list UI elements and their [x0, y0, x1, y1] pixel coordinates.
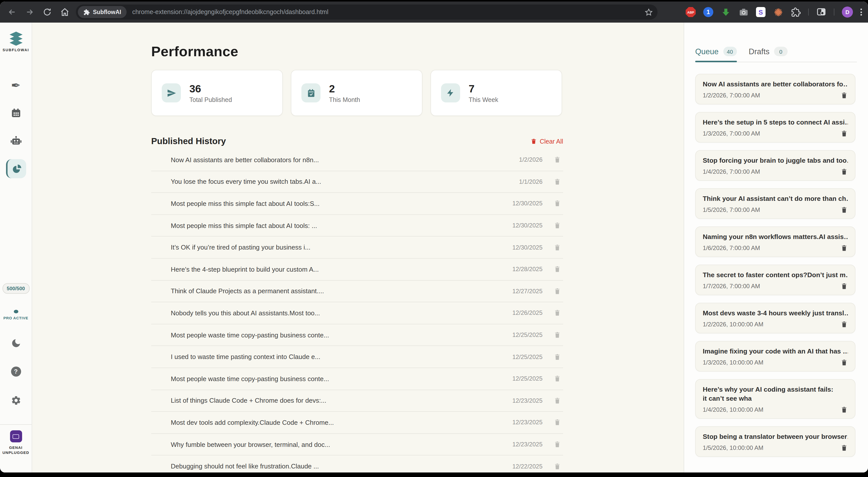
delete-queue-item-button[interactable] [840, 282, 848, 290]
download-arrow-extension-icon[interactable] [721, 7, 731, 17]
dark-mode-toggle[interactable] [10, 338, 21, 348]
camera-extension-icon[interactable] [738, 7, 748, 17]
trash-icon [554, 221, 561, 229]
queue-card[interactable]: The secret to faster content ops?Don’t j… [695, 265, 856, 295]
history-item-date: 12/23/2025 [507, 419, 542, 426]
delete-history-item-button[interactable] [554, 156, 561, 164]
history-item-title: List of things Claude Code + Chrome does… [151, 397, 507, 405]
trash-icon [840, 91, 848, 99]
queue-card[interactable]: Stop forcing your brain to juggle tabs a… [695, 150, 856, 181]
queue-card[interactable]: Think your AI assistant can’t do more th… [695, 188, 856, 219]
sidebar-item-schedule[interactable] [10, 107, 21, 119]
bookmark-star-icon[interactable] [645, 8, 653, 16]
queue-card[interactable]: Naming your n8n workflows matters.AI ass… [695, 226, 856, 257]
delete-queue-item-button[interactable] [840, 406, 848, 414]
browser-menu-icon[interactable] [861, 8, 862, 15]
genai-app-icon [10, 430, 22, 442]
home-icon[interactable] [60, 7, 70, 17]
delete-queue-item-button[interactable] [840, 320, 848, 328]
back-icon[interactable] [7, 7, 17, 17]
stat-value: 7 [469, 83, 498, 95]
forward-icon[interactable] [25, 7, 35, 17]
queue-card[interactable]: Stop being a translator between your bro… [695, 426, 856, 457]
queue-card[interactable]: Now AI assistants are better collaborato… [695, 74, 856, 104]
sidebar-item-automation[interactable] [10, 135, 22, 147]
delete-history-item-button[interactable] [554, 243, 561, 251]
delete-history-item-button[interactable] [554, 375, 561, 383]
queue-item-title: Here’s the setup in 5 steps to connect A… [703, 118, 848, 127]
queue-card[interactable]: Imagine fixing your code with an AI that… [695, 341, 856, 372]
delete-history-item-button[interactable] [554, 221, 561, 229]
refresh-icon[interactable] [42, 7, 52, 17]
delete-history-item-button[interactable] [554, 397, 561, 405]
genai-app-label: GENAI UNPLUGGED [2, 445, 29, 455]
side-panel-search-icon[interactable] [816, 7, 826, 17]
delete-history-item-button[interactable] [554, 353, 561, 361]
delete-history-item-button[interactable] [554, 331, 561, 339]
trash-icon [531, 138, 537, 145]
trash-icon [554, 156, 561, 164]
history-item-date: 12/30/2025 [507, 244, 542, 251]
delete-history-item-button[interactable] [554, 309, 561, 317]
delete-queue-item-button[interactable] [840, 358, 848, 367]
delete-history-item-button[interactable] [554, 440, 561, 448]
profile-avatar[interactable]: D [842, 6, 853, 18]
trash-icon [554, 265, 561, 274]
delete-history-item-button[interactable] [554, 265, 561, 274]
extension-chip[interactable]: SubflowAI [78, 6, 127, 18]
trash-icon [554, 199, 561, 208]
s-extension-icon[interactable]: S [756, 7, 766, 17]
history-row: Most people waste time copy-pasting busi… [151, 324, 563, 346]
url-text[interactable]: chrome-extension://ajojdegngikofjcepgfnd… [132, 8, 645, 15]
trash-icon [554, 331, 561, 339]
queue-item-time: 1/2/2026, 7:00:00 AM [703, 92, 760, 99]
tab-drafts[interactable]: Drafts [749, 47, 770, 56]
genai-app-button[interactable] [10, 430, 22, 442]
delete-queue-item-button[interactable] [840, 168, 848, 176]
history-row: Debugging should not feel like frustrati… [151, 456, 563, 473]
delete-queue-item-button[interactable] [840, 91, 848, 99]
sidebar-item-compose[interactable]: ✒ [11, 79, 21, 92]
delete-queue-item-button[interactable] [840, 444, 848, 452]
trash-icon [554, 287, 561, 295]
history-item-title: Why fumble between your browser, termina… [151, 441, 507, 448]
clear-all-button[interactable]: Clear All [531, 138, 563, 145]
address-bar[interactable]: SubflowAI chrome-extension://ajojdegngik… [76, 4, 657, 20]
trash-icon [554, 418, 561, 426]
delete-history-item-button[interactable] [554, 287, 561, 295]
queue-item-title: The secret to faster content ops?Don’t j… [703, 271, 848, 280]
delete-history-item-button[interactable] [554, 199, 561, 208]
password-extension-icon[interactable]: 1 [703, 7, 713, 17]
queue-card[interactable]: Here’s why your AI coding assistant fail… [695, 379, 856, 419]
delete-history-item-button[interactable] [554, 178, 561, 186]
queue-item-time: 1/4/2026, 7:00:00 AM [703, 168, 760, 175]
history-item-date: 12/25/2025 [507, 353, 542, 360]
help-button[interactable]: ? [11, 367, 21, 377]
queue-item-title: Stop being a translator between your bro… [703, 432, 848, 441]
toolbar-separator [808, 8, 809, 15]
delete-history-item-button[interactable] [554, 462, 561, 470]
history-item-title: Most people waste time copy-pasting busi… [151, 375, 507, 382]
queue-card[interactable]: Here’s the setup in 5 steps to connect A… [695, 112, 856, 142]
delete-queue-item-button[interactable] [840, 130, 848, 137]
history-row: Here’s the 4-step blueprint to build you… [151, 259, 563, 280]
delete-history-item-button[interactable] [554, 418, 561, 426]
delete-queue-item-button[interactable] [840, 206, 848, 214]
delete-queue-item-button[interactable] [840, 244, 848, 252]
sidebar-item-performance-active[interactable] [6, 159, 26, 178]
trash-icon [840, 320, 848, 328]
trash-icon [554, 462, 561, 470]
trash-icon [840, 282, 848, 290]
trash-icon [554, 397, 561, 405]
starburst-extension-icon[interactable] [773, 7, 783, 17]
tab-queue[interactable]: Queue [695, 47, 719, 56]
pie-chart-icon [11, 163, 22, 174]
adblock-extension-icon[interactable]: ABP [686, 7, 696, 17]
extensions-puzzle-icon[interactable] [790, 7, 801, 17]
pro-status-dot [13, 310, 18, 313]
queue-item-title: Now AI assistants are better collaborato… [703, 80, 848, 89]
history-item-date: 12/23/2025 [507, 441, 542, 448]
queue-item-title: Naming your n8n workflows matters.AI ass… [703, 232, 848, 242]
queue-card[interactable]: Most devs waste 3-4 hours weekly just tr… [695, 303, 856, 333]
settings-button[interactable] [10, 395, 21, 406]
